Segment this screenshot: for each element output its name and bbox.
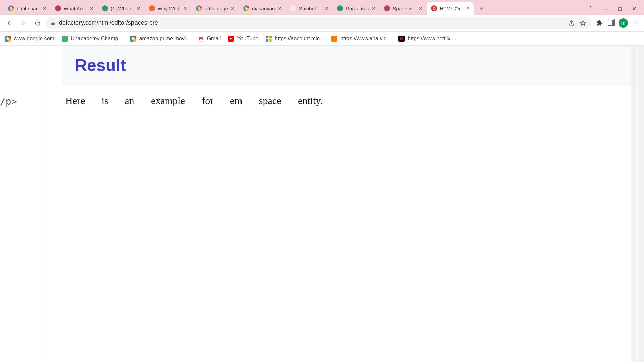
bookmark-label: Unacademy Champ... bbox=[71, 36, 123, 42]
menu-icon[interactable]: ⋮ bbox=[631, 19, 641, 27]
site-icon bbox=[149, 5, 155, 11]
bookmark-youtube[interactable]: YouTube bbox=[228, 36, 258, 42]
result-output: Here is an example for em space entity. bbox=[62, 85, 636, 116]
back-button[interactable] bbox=[3, 17, 15, 29]
panel-scrollbar[interactable] bbox=[631, 46, 637, 362]
bookmark-label: YouTube bbox=[237, 36, 258, 42]
extensions-icon[interactable] bbox=[595, 20, 604, 26]
arrow-left-icon bbox=[6, 20, 13, 26]
bookmark-label: https://www.netflix.... bbox=[408, 36, 457, 42]
close-icon[interactable]: ✕ bbox=[90, 6, 94, 11]
tab-label: HTML Onl bbox=[440, 6, 463, 11]
google-icon bbox=[8, 5, 14, 11]
tab-label: What Are bbox=[64, 6, 87, 11]
new-tab-button[interactable]: + bbox=[477, 3, 487, 13]
reload-icon bbox=[34, 20, 41, 26]
site-icon: D bbox=[431, 5, 437, 11]
site-icon bbox=[384, 5, 390, 11]
microsoft-icon bbox=[266, 36, 272, 42]
tab-label: (1) Whats bbox=[111, 6, 134, 11]
forward-button[interactable] bbox=[17, 17, 30, 29]
close-icon[interactable]: ✕ bbox=[137, 6, 141, 11]
tab-spinbot[interactable]: Spinbot - ✕ bbox=[286, 2, 333, 15]
result-panel: Result Here is an example for em space e… bbox=[62, 46, 636, 362]
tab-advantage[interactable]: advantage ✕ bbox=[192, 2, 239, 15]
search-tabs-button[interactable]: ˅ bbox=[587, 5, 598, 15]
toolbar-right: m ⋮ bbox=[593, 18, 641, 28]
page-viewport: /p> Result Here is an example for em spa… bbox=[0, 46, 644, 362]
tab-html-onl[interactable]: D HTML Onl ✕ bbox=[427, 2, 474, 15]
profile-avatar[interactable]: m bbox=[619, 18, 628, 28]
close-icon[interactable]: ✕ bbox=[325, 6, 329, 11]
maximize-button[interactable]: □ bbox=[616, 6, 624, 12]
site-icon bbox=[337, 5, 343, 11]
tab-strip: html spac ✕ What Are ✕ (1) Whats ✕ Why W… bbox=[0, 0, 644, 15]
code-editor-pane[interactable]: /p> bbox=[0, 46, 45, 362]
google-icon bbox=[243, 5, 249, 11]
bookmark-label: https://account.mic... bbox=[275, 36, 324, 42]
gmail-icon bbox=[198, 36, 204, 42]
close-icon[interactable]: ✕ bbox=[183, 6, 188, 11]
bookmark-netflix[interactable]: N https://www.netflix.... bbox=[398, 36, 457, 42]
bookmark-label: amazon prime movi... bbox=[139, 36, 191, 42]
code-fragment: /p> bbox=[0, 96, 17, 107]
close-icon[interactable]: ✕ bbox=[372, 6, 376, 11]
tab-paraphras[interactable]: Paraphras ✕ bbox=[333, 2, 380, 15]
tab-label: Why Whit bbox=[158, 6, 181, 11]
close-icon[interactable]: ✕ bbox=[419, 6, 423, 11]
tab-space-in[interactable]: Space in ✕ bbox=[380, 2, 427, 15]
tab-diasadvan[interactable]: diasadvan ✕ bbox=[239, 2, 286, 15]
address-bar[interactable]: dofactory.com/html/editor/spaces-pre bbox=[46, 17, 591, 29]
minimize-button[interactable]: — bbox=[602, 6, 610, 12]
browser-toolbar: dofactory.com/html/editor/spaces-pre m ⋮ bbox=[0, 15, 644, 32]
tab-label: Space in bbox=[393, 6, 416, 11]
bookmark-ms-account[interactable]: https://account.mic... bbox=[266, 36, 324, 42]
tab-label: diasadvan bbox=[252, 6, 275, 11]
google-icon bbox=[196, 5, 202, 11]
close-icon[interactable]: ✕ bbox=[43, 6, 47, 11]
youtube-icon bbox=[228, 36, 234, 42]
bookmark-label: https://www.aha.vid... bbox=[340, 36, 391, 42]
bookmark-label: www.google.com bbox=[14, 36, 54, 42]
bookmark-unacademy[interactable]: Unacademy Champ... bbox=[62, 36, 123, 42]
bookmarks-bar: www.google.com Unacademy Champ... amazon… bbox=[0, 32, 644, 46]
share-icon[interactable] bbox=[568, 20, 575, 26]
close-icon[interactable]: ✕ bbox=[231, 6, 235, 11]
bookmark-gmail[interactable]: Gmail bbox=[198, 36, 221, 42]
tab-why-whit[interactable]: Why Whit ✕ bbox=[145, 2, 192, 15]
google-icon bbox=[130, 36, 136, 42]
netflix-icon: N bbox=[398, 36, 405, 42]
tab-label: Spinbot - bbox=[299, 6, 322, 11]
window-controls: — □ ✕ bbox=[598, 6, 641, 15]
bookmark-aha[interactable]: https://www.aha.vid... bbox=[331, 36, 391, 42]
tab-html-space[interactable]: html spac ✕ bbox=[4, 2, 51, 15]
result-heading: Result bbox=[62, 46, 636, 85]
google-icon bbox=[5, 36, 11, 42]
site-icon bbox=[290, 5, 296, 11]
tab-label: advantage bbox=[205, 6, 228, 11]
bookmark-google[interactable]: www.google.com bbox=[5, 36, 54, 42]
side-panel-icon[interactable] bbox=[608, 19, 615, 27]
close-icon[interactable]: ✕ bbox=[466, 6, 471, 11]
url-text: dofactory.com/html/editor/spaces-pre bbox=[59, 19, 565, 26]
site-icon bbox=[102, 5, 108, 11]
site-icon bbox=[55, 5, 61, 11]
arrow-right-icon bbox=[20, 20, 27, 26]
aha-icon bbox=[331, 36, 337, 42]
tab-whats[interactable]: (1) Whats ✕ bbox=[98, 2, 145, 15]
window-close-button[interactable]: ✕ bbox=[630, 6, 638, 12]
tab-label: html spac bbox=[17, 6, 40, 11]
window-scrollbar[interactable] bbox=[638, 46, 644, 362]
tab-what-are[interactable]: What Are ✕ bbox=[51, 2, 98, 15]
tab-label: Paraphras bbox=[346, 6, 369, 11]
reload-button[interactable] bbox=[32, 17, 44, 29]
bookmark-star-icon[interactable] bbox=[580, 20, 586, 26]
bookmark-label: Gmail bbox=[207, 36, 221, 42]
lock-icon bbox=[50, 20, 56, 26]
bookmark-amazon-prime[interactable]: amazon prime movi... bbox=[130, 36, 191, 42]
close-icon[interactable]: ✕ bbox=[278, 6, 282, 11]
unacademy-icon bbox=[62, 36, 68, 42]
